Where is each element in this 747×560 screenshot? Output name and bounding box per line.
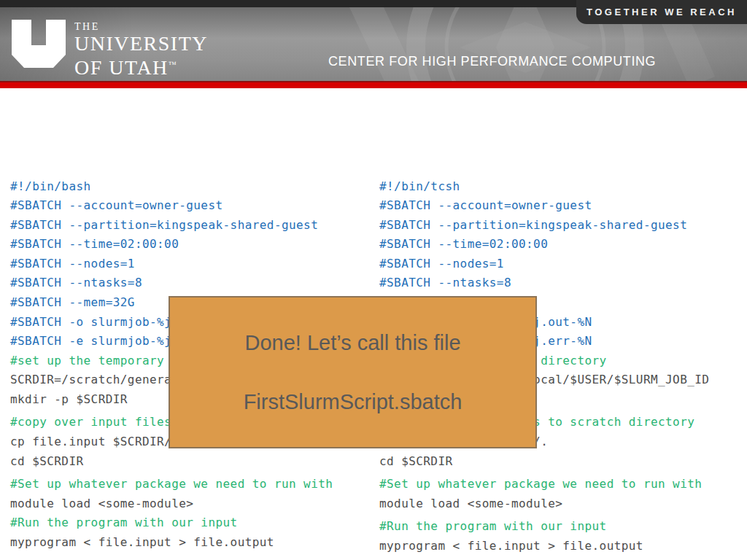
- code-line: #SBATCH --account=owner-guest: [379, 196, 739, 216]
- header-subtitle: CENTER FOR HIGH PERFORMANCE COMPUTING: [328, 54, 656, 69]
- overlay-line2: FirstSlurmScript.sbatch: [170, 390, 535, 414]
- code-line: module load <some-module>: [379, 494, 739, 514]
- overlay-line1: Done! Let’s call this file: [170, 331, 535, 355]
- code-line: #SBATCH --partition=kingspeak-shared-gue…: [379, 216, 739, 236]
- university-logo: THE UNIVERSITY OF UTAH™: [12, 20, 208, 78]
- code-line: myprogram < file.input > file.output: [10, 533, 377, 553]
- university-logo-text: THE UNIVERSITY OF UTAH™: [74, 20, 208, 78]
- code-line: #Move files out of working directory and…: [10, 556, 377, 560]
- code-line: #SBATCH --nodes=1: [10, 254, 377, 274]
- banner-text: TOGETHER WE REACH: [587, 7, 737, 18]
- together-we-reach-banner: TOGETHER WE REACH: [576, 0, 747, 24]
- code-line: #Run the program with our input: [379, 517, 739, 537]
- trademark-symbol: ™: [169, 60, 177, 69]
- code-line: #Set up whatever package we need to run …: [10, 475, 377, 494]
- code-line: #SBATCH --ntasks=8: [10, 273, 377, 293]
- code-line: #SBATCH --time=02:00:00: [379, 235, 739, 254]
- code-line: cd $SCRDIR: [379, 452, 739, 472]
- code-line: #SBATCH --time=02:00:00: [10, 235, 377, 254]
- slide: TOGETHER WE REACH FEB. 28TH 1850 THE: [0, 0, 747, 560]
- code-line: #Set up whatever package we need to run …: [379, 475, 739, 494]
- logo-university: UNIVERSITY: [74, 33, 208, 54]
- code-line: #Run the program with our input: [10, 513, 377, 533]
- code-line: #!/bin/bash: [10, 177, 377, 197]
- code-line: #SBATCH --ntasks=8: [379, 273, 739, 293]
- code-line: #!/bin/tcsh: [379, 177, 739, 197]
- code-line: #SBATCH --partition=kingspeak-shared-gue…: [10, 216, 377, 236]
- code-line: #SBATCH --account=owner-guest: [10, 196, 377, 216]
- block-u-icon: [12, 20, 66, 68]
- overlay-note: Done! Let’s call this file FirstSlurmScr…: [169, 296, 537, 448]
- slide-content: #!/bin/bash#SBATCH --account=owner-guest…: [0, 88, 747, 560]
- logo-of-utah: OF UTAH™: [74, 54, 208, 78]
- red-divider: [0, 81, 747, 88]
- code-line: #Move files out of working directory and…: [379, 556, 739, 560]
- code-line: cd $SCRDIR: [10, 452, 377, 472]
- logo-the: THE: [74, 21, 208, 33]
- code-line: module load <some-module>: [10, 494, 377, 514]
- code-line: myprogram < file.input > file.output: [379, 537, 739, 556]
- code-line: #SBATCH --nodes=1: [379, 254, 739, 274]
